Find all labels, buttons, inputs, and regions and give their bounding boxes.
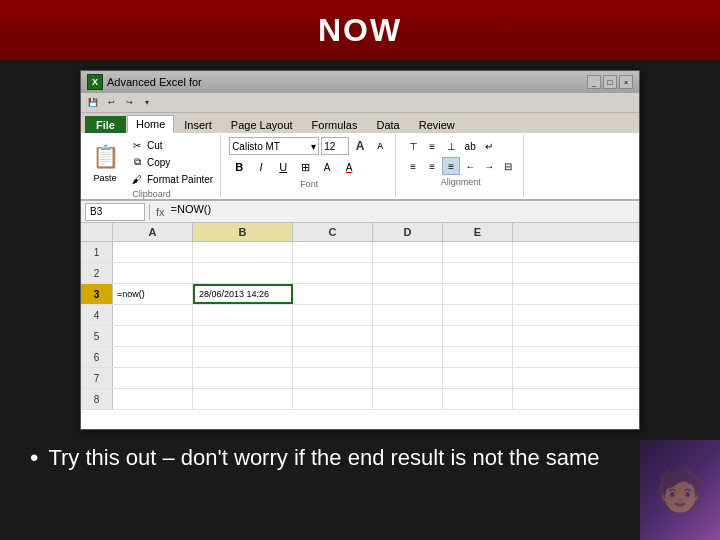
cell-b7[interactable]: [193, 368, 293, 388]
cell-d6[interactable]: [373, 347, 443, 367]
cell-c6[interactable]: [293, 347, 373, 367]
font-dropdown-arrow: ▾: [311, 141, 316, 152]
align-left-button[interactable]: ≡: [404, 157, 422, 175]
cell-d4[interactable]: [373, 305, 443, 325]
tab-home[interactable]: Home: [127, 115, 174, 133]
cell-e8[interactable]: [443, 389, 513, 409]
cell-a7[interactable]: [113, 368, 193, 388]
paste-button[interactable]: 📋 Paste: [87, 139, 123, 185]
tab-formulas[interactable]: Formulas: [303, 116, 367, 133]
table-row: 8: [81, 389, 639, 410]
cell-d2[interactable]: [373, 263, 443, 283]
close-button[interactable]: ×: [619, 75, 633, 89]
cell-b5[interactable]: [193, 326, 293, 346]
excel-window-title: Advanced Excel for: [107, 76, 587, 88]
slide-title: NOW: [318, 12, 402, 49]
row-number-header: [81, 223, 113, 241]
cell-b3-active[interactable]: 28/06/2013 14:26: [193, 284, 293, 304]
cell-d7[interactable]: [373, 368, 443, 388]
tab-file[interactable]: File: [85, 116, 126, 133]
save-quick-btn[interactable]: 💾: [85, 95, 101, 111]
cell-e4[interactable]: [443, 305, 513, 325]
copy-label: Copy: [147, 157, 170, 168]
tab-review[interactable]: Review: [410, 116, 464, 133]
font-size-box[interactable]: 12: [321, 137, 349, 155]
cut-button[interactable]: ✂ Cut: [127, 137, 216, 153]
cell-e7[interactable]: [443, 368, 513, 388]
cell-b2[interactable]: [193, 263, 293, 283]
col-header-c[interactable]: C: [293, 223, 373, 241]
formula-bar-divider: [149, 204, 150, 220]
fx-icon: fx: [154, 206, 167, 218]
cell-e6[interactable]: [443, 347, 513, 367]
formula-bar: B3 fx =NOW(): [81, 201, 639, 223]
cell-c7[interactable]: [293, 368, 373, 388]
paste-label: Paste: [93, 173, 116, 183]
cell-c3[interactable]: [293, 284, 373, 304]
italic-button[interactable]: I: [251, 157, 271, 177]
row-number: 2: [81, 263, 113, 283]
cell-b4[interactable]: [193, 305, 293, 325]
cell-d8[interactable]: [373, 389, 443, 409]
align-bottom-button[interactable]: ⊥: [442, 137, 460, 155]
align-center-button[interactable]: ≡: [423, 157, 441, 175]
redo-quick-btn[interactable]: ↪: [121, 95, 137, 111]
cell-e3[interactable]: [443, 284, 513, 304]
undo-quick-btn[interactable]: ↩: [103, 95, 119, 111]
quick-access-more[interactable]: ▾: [139, 95, 155, 111]
cell-e2[interactable]: [443, 263, 513, 283]
font-grow-button[interactable]: A: [351, 137, 369, 155]
maximize-button[interactable]: □: [603, 75, 617, 89]
border-button[interactable]: ⊞: [295, 157, 315, 177]
table-row: 1: [81, 242, 639, 263]
tab-data[interactable]: Data: [367, 116, 408, 133]
col-header-a[interactable]: A: [113, 223, 193, 241]
cell-d3[interactable]: [373, 284, 443, 304]
col-header-b[interactable]: B: [193, 223, 293, 241]
align-top-button[interactable]: ⊤: [404, 137, 422, 155]
indent-increase-button[interactable]: →: [480, 157, 498, 175]
col-header-d[interactable]: D: [373, 223, 443, 241]
align-middle-button[interactable]: ≡: [423, 137, 441, 155]
fill-color-button[interactable]: A: [317, 157, 337, 177]
cell-b8[interactable]: [193, 389, 293, 409]
underline-button[interactable]: U: [273, 157, 293, 177]
cell-c4[interactable]: [293, 305, 373, 325]
cell-c1[interactable]: [293, 242, 373, 262]
merge-center-button[interactable]: ⊟: [499, 157, 517, 175]
cell-a6[interactable]: [113, 347, 193, 367]
cell-e5[interactable]: [443, 326, 513, 346]
copy-button[interactable]: ⧉ Copy: [127, 154, 216, 170]
tab-insert[interactable]: Insert: [175, 116, 221, 133]
cell-d5[interactable]: [373, 326, 443, 346]
cell-a2[interactable]: [113, 263, 193, 283]
indent-decrease-button[interactable]: ←: [461, 157, 479, 175]
cell-c5[interactable]: [293, 326, 373, 346]
format-painter-button[interactable]: 🖌 Format Painter: [127, 171, 216, 187]
font-shrink-button[interactable]: A: [371, 137, 389, 155]
cell-a4[interactable]: [113, 305, 193, 325]
font-color-button[interactable]: A: [339, 157, 359, 177]
cell-b6[interactable]: [193, 347, 293, 367]
col-header-e[interactable]: E: [443, 223, 513, 241]
cell-d1[interactable]: [373, 242, 443, 262]
align-row1: ⊤ ≡ ⊥ ab ↵: [404, 137, 517, 155]
tab-page-layout[interactable]: Page Layout: [222, 116, 302, 133]
table-row: 4: [81, 305, 639, 326]
cell-a1[interactable]: [113, 242, 193, 262]
align-right-button[interactable]: ≡: [442, 157, 460, 175]
name-box[interactable]: B3: [85, 203, 145, 221]
orientation-button[interactable]: ab: [461, 137, 479, 155]
cell-c8[interactable]: [293, 389, 373, 409]
cell-a8[interactable]: [113, 389, 193, 409]
minimize-button[interactable]: _: [587, 75, 601, 89]
bold-button[interactable]: B: [229, 157, 249, 177]
wrap-text-button[interactable]: ↵: [480, 137, 498, 155]
font-name-dropdown[interactable]: Calisto MT ▾: [229, 137, 319, 155]
cell-b1[interactable]: [193, 242, 293, 262]
formula-input[interactable]: =NOW(): [171, 203, 635, 221]
cell-a5[interactable]: [113, 326, 193, 346]
cell-c2[interactable]: [293, 263, 373, 283]
cell-a3[interactable]: =now(): [113, 284, 193, 304]
cell-e1[interactable]: [443, 242, 513, 262]
